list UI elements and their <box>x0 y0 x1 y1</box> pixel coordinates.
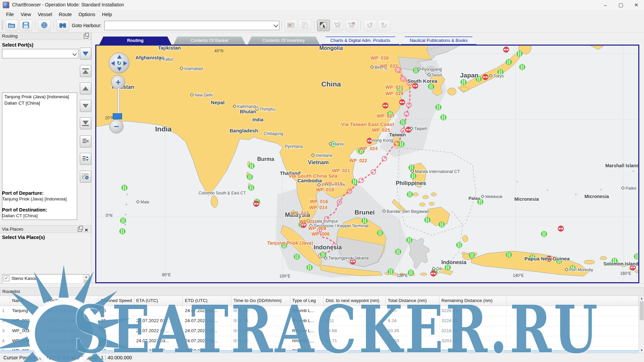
tab-contents-of-basket[interactable]: Contents Of Basket <box>173 37 246 45</box>
svg-text:Mongolia: Mongolia <box>319 45 343 51</box>
select-cursor-button[interactable] <box>317 20 330 31</box>
cell-planned-speed: 15 <box>99 326 134 336</box>
chart-info-button[interactable] <box>299 20 311 31</box>
move-up-button[interactable] <box>80 82 91 95</box>
column-header[interactable]: ETD (UTC) <box>183 296 231 306</box>
toolbar-separator <box>35 21 35 30</box>
toolbar-grip[interactable] <box>1 20 3 31</box>
svg-text:Thimphu: Thimphu <box>260 107 275 112</box>
column-header[interactable]: Total Distance (nm) <box>386 296 439 306</box>
triangle-down-bar-icon <box>82 121 89 126</box>
redo-icon: ↻ <box>381 22 387 29</box>
svg-text:WP_019: WP_019 <box>324 181 342 186</box>
port-list-item[interactable]: Dalian CT [China] <box>2 100 77 106</box>
column-header[interactable]: Name <box>10 296 45 306</box>
world-chart-map[interactable]: 60°E40°N20°N0°N80°E100°E120°E140°E160°ET… <box>95 45 639 283</box>
tab-charts-digital-adm-products[interactable]: Charts & Digital Adm. Products <box>322 37 399 45</box>
scroll-up-icon[interactable]: ▲ <box>84 275 89 279</box>
scrollbar-thumb[interactable] <box>640 301 644 320</box>
scroll-down-icon[interactable]: ▼ <box>639 348 644 353</box>
checkbox-checked-icon[interactable]: ✓ <box>4 276 9 281</box>
routelist-vertical-scrollbar[interactable]: ▲ ▼ <box>639 296 644 353</box>
save-route-button[interactable] <box>19 20 32 31</box>
remove-chart-button[interactable] <box>284 20 297 31</box>
table-row[interactable]: 4 WP_004 05 40.4 S 106 ... 15 24.07.2022… <box>0 336 639 346</box>
zoom-out-button[interactable]: − <box>109 119 123 133</box>
pan-down-icon[interactable] <box>117 67 122 71</box>
svg-text:Palikir: Palikir <box>626 186 637 191</box>
column-header[interactable] <box>506 296 639 306</box>
find-harbour-button[interactable] <box>56 20 69 31</box>
minimize-button[interactable]: – <box>598 0 613 10</box>
menu-item[interactable]: Route <box>55 11 75 18</box>
tab-nautical-publications-books[interactable]: Nautical Publications & Books <box>401 37 476 45</box>
svg-text:Tanjung Priok (Java): Tanjung Priok (Java) <box>267 240 313 246</box>
svg-text:40°N: 40°N <box>214 49 223 53</box>
column-header[interactable]: Type of Leg <box>290 296 324 306</box>
svg-text:Pyongyang: Pyongyang <box>422 67 442 72</box>
zoom-slider-handle[interactable] <box>113 113 122 119</box>
remove-from-basket-button[interactable] <box>345 20 358 31</box>
column-header[interactable]: Planned Speed <box>99 296 134 306</box>
map-canvas[interactable]: 60°E40°N20°N0°N80°E100°E120°E140°E160°ET… <box>96 45 638 283</box>
remove-port-button[interactable] <box>80 135 91 147</box>
redo-button[interactable]: ↻ <box>378 20 390 31</box>
cart-add-icon <box>333 22 341 29</box>
cursor-position-text: Cursor Position: 01 12.7 S 114 44.2 E Sc… <box>3 355 132 360</box>
close-panel-icon[interactable]: ✕ <box>85 227 88 234</box>
table-row[interactable]: 2 WP_002 06 01.2 S 106 ... 15 24.07.2022… <box>0 316 639 326</box>
tab-routing[interactable]: Routing <box>99 37 171 45</box>
menu-item[interactable]: Help <box>99 11 115 18</box>
reorder-ports-button[interactable] <box>80 153 91 165</box>
column-header[interactable]: Time to Go (DD/hh/mm) <box>231 296 290 306</box>
reset-view-icon[interactable]: ↻ <box>117 60 121 66</box>
pan-up-icon[interactable] <box>117 55 122 59</box>
add-to-basket-button[interactable] <box>331 20 344 31</box>
calculate-route-button[interactable] <box>80 171 91 183</box>
table-row[interactable]: 3 WP_003 05 55.1 S 106 ... 15 24.07.2022… <box>0 326 639 336</box>
menu-item[interactable]: File <box>3 11 17 18</box>
port-list-item[interactable]: Tanjung Priok (Java) [Indonesia] <box>2 94 77 100</box>
column-header[interactable]: Remaining Distance (nm) <box>439 296 506 306</box>
cell-remaining-distance: 3218.58 <box>439 326 506 336</box>
undo-button[interactable]: ↺ <box>364 20 376 31</box>
add-port-button[interactable] <box>80 48 91 60</box>
svg-text:Port Moresby: Port Moresby <box>569 267 593 272</box>
close-button[interactable]: ✕ <box>629 0 644 10</box>
column-header[interactable]: Dist. to next waypoint (nm) <box>324 296 386 306</box>
column-header[interactable] <box>0 296 10 306</box>
cell-dist-next: 6.11 <box>324 316 386 326</box>
float-panel-icon[interactable] <box>84 34 88 39</box>
column-header[interactable]: Position <box>45 296 99 306</box>
svg-text:Melekeok: Melekeok <box>485 194 503 199</box>
move-down-button[interactable] <box>80 100 91 112</box>
world-view-button[interactable] <box>38 20 51 31</box>
port-search-combo[interactable] <box>2 49 78 58</box>
tab-contents-of-inventory[interactable]: Contents Of Inventory <box>248 37 320 45</box>
status-bar: Cursor Position: 01 12.7 S 114 44.2 E Sc… <box>0 353 644 362</box>
scroll-up-icon[interactable]: ▲ <box>639 296 644 301</box>
table-row[interactable]: 1 Tanjung ... 06 05.5 S 106 ... 15 24.07… <box>0 306 639 316</box>
float-panel-icon[interactable] <box>78 227 82 232</box>
maximize-button[interactable]: ▢ <box>613 0 629 10</box>
svg-text:80°E: 80°E <box>162 273 171 277</box>
cell-position: 05 55.1 S 106 ... <box>45 326 99 336</box>
pan-left-icon[interactable] <box>111 61 115 66</box>
svg-text:Pyinmana: Pyinmana <box>285 144 303 149</box>
cell-total-distance: 0.00 <box>386 306 439 316</box>
via-place-row[interactable]: ✓ Steno Kasou <box>2 275 89 282</box>
move-to-top-button[interactable] <box>80 65 91 77</box>
svg-text:Bandar Seri Begawan: Bandar Seri Begawan <box>387 209 429 214</box>
move-to-bottom-button[interactable] <box>80 117 91 129</box>
column-header[interactable]: ETA (UTC) <box>134 296 183 306</box>
menu-item[interactable]: Options <box>75 11 99 18</box>
toolbar-separator <box>281 21 282 30</box>
svg-text:Chittagong: Chittagong <box>264 131 283 136</box>
menu-item[interactable]: Vessel <box>35 11 56 18</box>
map-pan-control[interactable]: ↻ <box>109 53 129 73</box>
cell-time-to-go: 0/ 0/ 24 <box>231 316 290 326</box>
open-route-button[interactable] <box>5 20 18 31</box>
menu-item[interactable]: View <box>17 11 34 18</box>
pan-right-icon[interactable] <box>123 61 127 66</box>
goto-harbour-combo[interactable] <box>104 21 279 30</box>
